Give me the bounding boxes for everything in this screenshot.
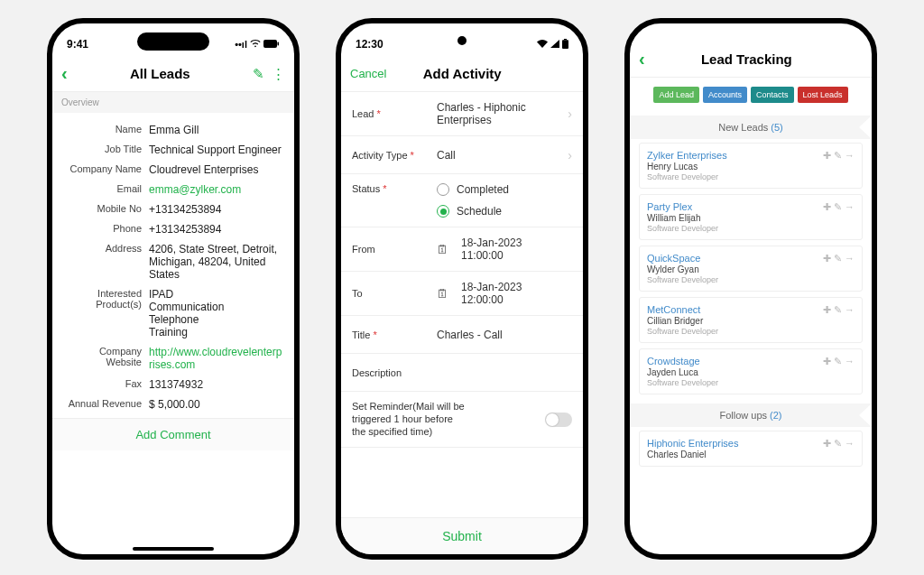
- lead-card[interactable]: Crowdstage Jayden Luca Software Develope…: [639, 348, 863, 394]
- to-row[interactable]: To 🗓 18-Jan-202312:00:00: [341, 272, 583, 316]
- cancel-button[interactable]: Cancel: [350, 67, 386, 80]
- title-label: Title *: [352, 329, 430, 340]
- reminder-toggle[interactable]: [545, 413, 572, 427]
- status-time: 12:30: [356, 38, 383, 51]
- email-label: Email: [63, 183, 149, 196]
- card-actions: ✚✎→: [823, 304, 855, 316]
- company-value: Cloudrevel Enterprises: [149, 163, 283, 176]
- lead-role: Software Developer: [647, 378, 718, 387]
- address-label: Address: [63, 243, 149, 281]
- arrow-icon[interactable]: →: [845, 201, 855, 213]
- calendar-icon: 🗓: [437, 287, 448, 301]
- card-actions: ✚✎→: [823, 201, 855, 213]
- phone-value: +13134253894: [149, 223, 283, 236]
- accounts-button[interactable]: Accounts: [703, 87, 747, 103]
- new-leads-list: Zylker Enterprises Henry Lucas Software …: [630, 143, 872, 400]
- followups-header[interactable]: Follow ups (2): [630, 403, 872, 427]
- edit-icon[interactable]: ✎: [834, 438, 842, 450]
- status-schedule-radio[interactable]: Schedule: [437, 205, 572, 218]
- phone-lead-tracking: ‹ Lead Tracking Add Lead Accounts Contac…: [624, 18, 877, 560]
- lead-card[interactable]: Hiphonic Enterprises Charles Daniel ✚✎→: [639, 431, 863, 467]
- lead-role: Software Developer: [647, 327, 718, 336]
- website-label: Company Website: [63, 346, 149, 371]
- activity-type-row[interactable]: Activity Type * Call ›: [341, 136, 583, 174]
- overview-label: Overview: [52, 92, 294, 113]
- lead-label: Lead *: [352, 108, 430, 119]
- radio-unchecked-icon: [437, 183, 449, 196]
- lead-value: Charles - Hiphonic Enterprises: [437, 101, 560, 126]
- arrow-icon[interactable]: →: [845, 304, 855, 316]
- arrow-icon[interactable]: →: [845, 150, 855, 162]
- plus-icon[interactable]: ✚: [823, 356, 831, 367]
- edit-icon[interactable]: ✎: [834, 304, 842, 316]
- lead-card[interactable]: Party Plex William Elijah Software Devel…: [639, 194, 863, 240]
- card-actions: ✚✎→: [823, 356, 855, 367]
- lead-card[interactable]: QuickSpace Wylder Gyan Software Develope…: [639, 246, 863, 292]
- fax-label: Fax: [63, 378, 149, 391]
- status-completed-radio[interactable]: Completed: [437, 183, 572, 196]
- plus-icon[interactable]: ✚: [823, 150, 831, 162]
- submit-button[interactable]: Submit: [341, 517, 583, 554]
- plus-icon[interactable]: ✚: [823, 438, 831, 450]
- arrow-icon[interactable]: →: [845, 356, 855, 367]
- phone-add-activity: 12:30 Cancel Add Activity Lead * Charles…: [336, 18, 588, 560]
- svg-rect-0: [263, 40, 277, 48]
- plus-icon[interactable]: ✚: [823, 253, 831, 264]
- page-title: Lead Tracking: [652, 51, 841, 67]
- edit-icon[interactable]: ✎: [253, 66, 264, 82]
- new-leads-header[interactable]: New Leads (5): [630, 116, 872, 139]
- from-row[interactable]: From 🗓 18-Jan-202311:00:00: [341, 227, 583, 272]
- lead-company: Party Plex: [647, 201, 718, 212]
- reminder-label: Set Reminder(Mail will be triggered 1 ho…: [352, 401, 469, 438]
- edit-icon[interactable]: ✎: [834, 253, 842, 264]
- lead-contact: Wylder Gyan: [647, 264, 718, 274]
- header: Cancel Add Activity: [341, 56, 583, 92]
- status-row: Status * Completed Schedule: [341, 174, 583, 227]
- arrow-icon[interactable]: →: [845, 438, 855, 450]
- back-icon[interactable]: ‹: [61, 63, 68, 84]
- action-buttons: Add Lead Accounts Contacts Lost Leads: [630, 78, 872, 112]
- lead-contact: William Elijah: [647, 213, 718, 223]
- description-row[interactable]: Description: [341, 354, 583, 392]
- home-indicator: [133, 547, 214, 551]
- website-value[interactable]: http://www.cloudrevelenterprises.com: [149, 346, 283, 371]
- section-count: (2): [770, 410, 781, 421]
- back-icon[interactable]: ‹: [639, 49, 645, 70]
- email-value[interactable]: emma@zylker.com: [149, 183, 283, 196]
- status-bar: [630, 23, 872, 42]
- page-title: All Leads: [75, 66, 245, 81]
- lead-contact: Henry Lucas: [647, 162, 727, 172]
- card-actions: ✚✎→: [823, 438, 855, 450]
- revenue-label: Annual Revenue: [63, 398, 149, 411]
- add-lead-button[interactable]: Add Lead: [653, 87, 699, 103]
- page-title: Add Activity: [393, 66, 531, 81]
- card-actions: ✚✎→: [823, 150, 855, 162]
- add-comment-button[interactable]: Add Comment: [52, 418, 294, 450]
- lead-card[interactable]: Zylker Enterprises Henry Lucas Software …: [639, 143, 863, 189]
- header: ‹ All Leads ✎ ⋮: [52, 56, 294, 92]
- edit-icon[interactable]: ✎: [834, 201, 842, 213]
- lead-row[interactable]: Lead * Charles - Hiphonic Enterprises ›: [341, 92, 583, 136]
- status-bar: 12:30: [341, 23, 583, 56]
- title-value: Charles - Call: [437, 329, 572, 341]
- kebab-icon[interactable]: ⋮: [272, 66, 285, 82]
- calendar-icon: 🗓: [437, 243, 448, 256]
- battery-icon: [263, 39, 280, 50]
- status-bar: 9:41 ••ıl: [52, 23, 294, 56]
- edit-icon[interactable]: ✎: [834, 356, 842, 367]
- from-value: 18-Jan-202311:00:00: [461, 236, 572, 262]
- contacts-button[interactable]: Contacts: [751, 87, 794, 103]
- address-value: 4206, State Street, Detroit, Michigan, 4…: [149, 243, 283, 281]
- plus-icon[interactable]: ✚: [823, 201, 831, 213]
- lead-card[interactable]: MetConnect Cillian Bridger Software Deve…: [639, 297, 863, 343]
- battery-icon: [562, 39, 568, 51]
- arrow-icon[interactable]: →: [845, 253, 855, 264]
- followups-list: Hiphonic Enterprises Charles Daniel ✚✎→: [630, 431, 872, 472]
- plus-icon[interactable]: ✚: [823, 304, 831, 316]
- signal-icon: [550, 39, 559, 50]
- section-label: New Leads: [718, 122, 771, 133]
- title-row[interactable]: Title * Charles - Call: [341, 316, 583, 354]
- edit-icon[interactable]: ✎: [834, 150, 842, 162]
- job-label: Job Title: [63, 144, 149, 156]
- lost-leads-button[interactable]: Lost Leads: [798, 87, 848, 103]
